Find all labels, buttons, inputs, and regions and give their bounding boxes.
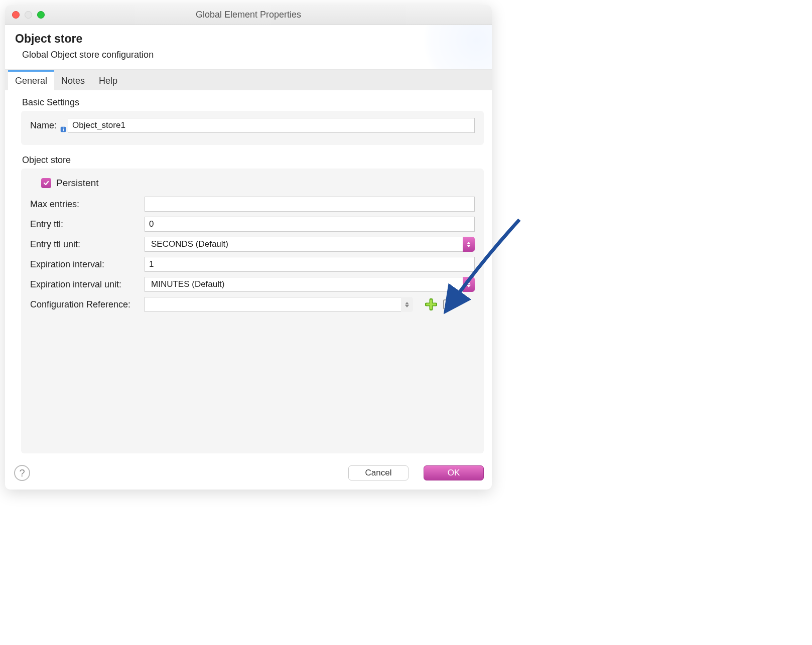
tab-help[interactable]: Help: [92, 70, 124, 90]
titlebar: Global Element Properties: [5, 5, 492, 25]
check-icon: [43, 180, 50, 187]
config-ref-value: [145, 297, 401, 312]
page-subtitle: Global Object store configuration: [15, 50, 482, 60]
config-ref-label: Configuration Reference:: [30, 299, 145, 310]
entry-ttl-label: Entry ttl:: [30, 219, 145, 230]
expiration-interval-unit-value: MINUTES (Default): [145, 277, 463, 292]
name-input[interactable]: [68, 118, 475, 133]
dialog-window: Global Element Properties Object store G…: [5, 5, 492, 490]
chevron-updown-icon: [463, 237, 475, 252]
entry-ttl-unit-label: Entry ttl unit:: [30, 239, 145, 250]
basic-settings-label: Basic Settings: [22, 97, 484, 108]
entry-ttl-unit-value: SECONDS (Default): [145, 237, 463, 252]
tab-general[interactable]: General: [8, 70, 54, 90]
max-entries-label: Max entries:: [30, 199, 145, 210]
object-store-group: Persistent Max entries: Entry ttl: Entry…: [21, 169, 484, 453]
max-entries-input[interactable]: [145, 197, 475, 212]
window-title: Global Element Properties: [5, 10, 492, 20]
svg-rect-2: [63, 129, 64, 131]
edit-icon[interactable]: [442, 298, 454, 310]
tab-notes[interactable]: Notes: [54, 70, 92, 90]
content-area: Basic Settings Name: Object store: [5, 90, 492, 461]
cancel-button[interactable]: Cancel: [348, 465, 409, 480]
chevron-updown-icon: [463, 277, 475, 292]
svg-rect-1: [63, 128, 64, 129]
expiration-interval-label: Expiration interval:: [30, 259, 145, 270]
info-icon: [60, 126, 67, 133]
page-title: Object store: [15, 32, 482, 46]
tabs: General Notes Help: [5, 69, 492, 90]
config-ref-select[interactable]: [145, 297, 413, 312]
help-button[interactable]: ?: [14, 465, 30, 481]
persistent-checkbox[interactable]: [41, 178, 51, 188]
expiration-interval-unit-select[interactable]: MINUTES (Default): [145, 277, 475, 292]
ok-button[interactable]: OK: [424, 465, 484, 480]
chevron-updown-icon: [401, 297, 413, 312]
entry-ttl-unit-select[interactable]: SECONDS (Default): [145, 237, 475, 252]
header: Object store Global Object store configu…: [5, 25, 492, 69]
question-icon: ?: [19, 467, 25, 479]
expiration-interval-input[interactable]: [145, 257, 475, 272]
name-label: Name:: [30, 120, 57, 131]
persistent-label: Persistent: [56, 178, 98, 189]
entry-ttl-input[interactable]: [145, 217, 475, 232]
basic-settings-group: Name:: [21, 111, 484, 145]
object-store-label: Object store: [22, 155, 484, 166]
expiration-interval-unit-label: Expiration interval unit:: [30, 279, 145, 290]
add-icon[interactable]: [425, 298, 437, 310]
footer: ? Cancel OK: [5, 461, 492, 490]
